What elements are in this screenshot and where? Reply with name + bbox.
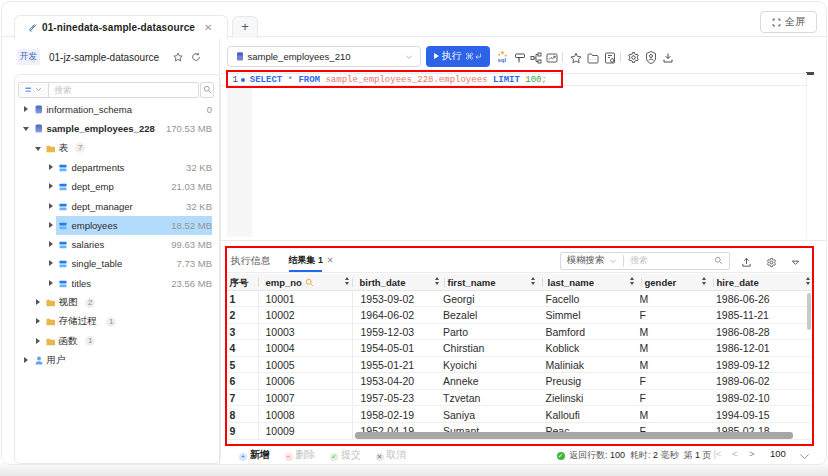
svg-text:sql: sql (497, 57, 506, 63)
